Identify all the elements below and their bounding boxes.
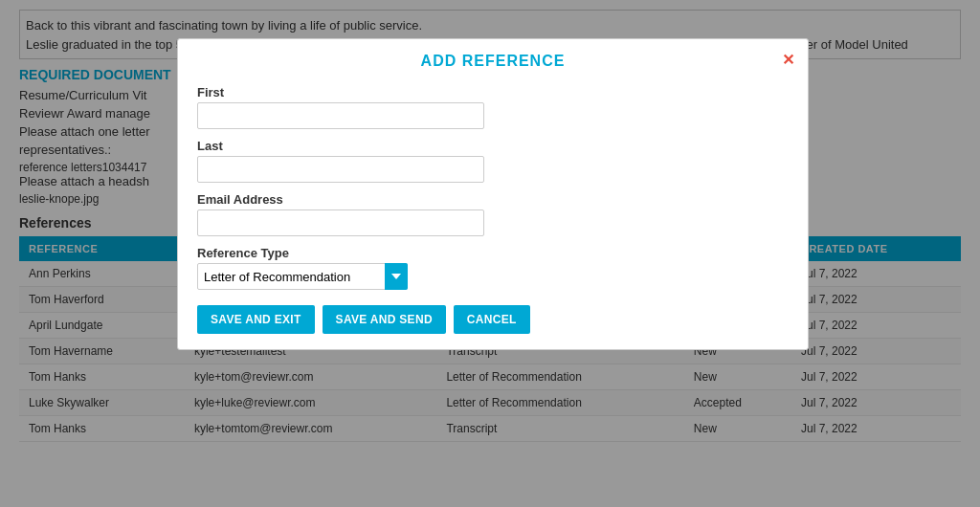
modal-body: First Last Email Address Reference Type … <box>178 79 808 349</box>
last-name-input[interactable] <box>197 156 484 183</box>
modal-actions: SAVE AND EXIT SAVE AND SEND CANCEL <box>197 305 789 334</box>
email-group: Email Address <box>197 192 789 236</box>
first-name-group: First <box>197 85 789 129</box>
reference-type-group: Reference Type Letter of RecommendationT… <box>197 246 789 290</box>
modal-header: ADD REFERENCE ✕ <box>178 39 808 79</box>
reference-type-select[interactable]: Letter of RecommendationTranscriptOther <box>197 263 408 290</box>
save-and-exit-button[interactable]: SAVE AND EXIT <box>197 305 315 334</box>
cancel-button[interactable]: CANCEL <box>454 305 530 334</box>
last-name-group: Last <box>197 139 789 183</box>
email-label: Email Address <box>197 192 789 207</box>
save-and-send-button[interactable]: SAVE AND SEND <box>323 305 446 334</box>
modal-title: ADD REFERENCE <box>421 53 566 70</box>
email-input[interactable] <box>197 209 484 236</box>
reference-type-label: Reference Type <box>197 246 789 260</box>
close-icon[interactable]: ✕ <box>782 51 794 69</box>
last-name-label: Last <box>197 139 789 153</box>
add-reference-modal: ADD REFERENCE ✕ First Last Email Address… <box>177 38 809 350</box>
first-name-input[interactable] <box>197 102 484 129</box>
reference-type-select-wrapper: Letter of RecommendationTranscriptOther <box>197 263 408 290</box>
first-name-label: First <box>197 85 789 99</box>
